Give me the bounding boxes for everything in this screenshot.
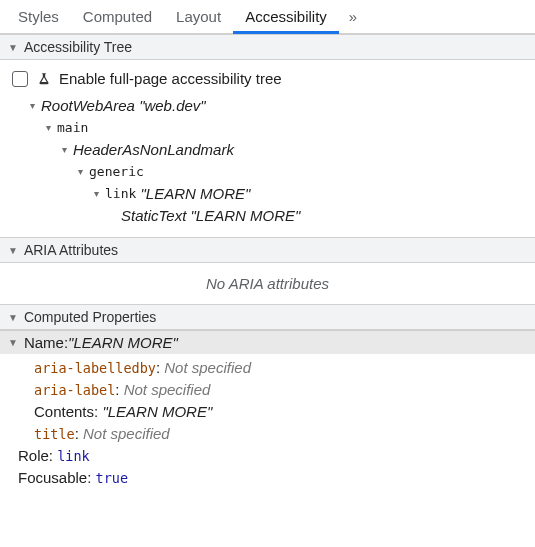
tree-role: RootWebArea	[41, 95, 135, 117]
attr-value: Not specified	[124, 381, 211, 398]
prop-role: Role: link	[10, 445, 525, 467]
attr-name: aria-labelledby	[34, 360, 156, 376]
section-title: ARIA Attributes	[24, 242, 118, 258]
computed-name-row[interactable]: ▼ Name: "LEARN MORE"	[0, 330, 535, 354]
computed-properties-body: aria-labelledby: Not specified aria-labe…	[0, 354, 535, 501]
computed-name-label: Name:	[24, 334, 68, 351]
section-title: Computed Properties	[24, 309, 156, 325]
sep: :	[156, 359, 164, 376]
enable-full-tree-row: Enable full-page accessibility tree	[10, 66, 525, 95]
tree-caret-icon[interactable]: ▾	[42, 117, 54, 139]
tab-bar: Styles Computed Layout Accessibility »	[0, 0, 535, 34]
sep: :	[115, 381, 123, 398]
tree-node-statictext[interactable]: StaticText "LEARN MORE"	[12, 205, 525, 227]
tree-role: StaticText	[121, 205, 186, 227]
accessibility-tree: ▾ RootWebArea "web.dev" ▾ main ▾ HeaderA…	[10, 95, 525, 227]
prop-focusable: Focusable: true	[10, 467, 525, 489]
attr-name: Role:	[18, 447, 57, 464]
tree-node-main[interactable]: ▾ main	[12, 117, 525, 139]
enable-full-tree-label: Enable full-page accessibility tree	[59, 70, 282, 87]
prop-contents: Contents: "LEARN MORE"	[10, 401, 525, 423]
tree-node-root[interactable]: ▾ RootWebArea "web.dev"	[12, 95, 525, 117]
prop-aria-labelledby: aria-labelledby: Not specified	[10, 357, 525, 379]
tree-node-name: "LEARN MORE"	[190, 205, 300, 227]
more-tabs-button[interactable]: »	[339, 2, 367, 31]
section-header-computed-properties[interactable]: ▼ Computed Properties	[0, 304, 535, 330]
experiment-flask-icon	[36, 72, 51, 86]
tree-caret-icon[interactable]: ▾	[58, 139, 70, 161]
disclosure-triangle-icon: ▼	[8, 42, 18, 53]
attr-name: Focusable:	[18, 469, 96, 486]
aria-empty-message: No ARIA attributes	[0, 263, 535, 304]
computed-name-value: "LEARN MORE"	[68, 334, 178, 351]
tree-node-link[interactable]: ▾ link "LEARN MORE"	[12, 183, 525, 205]
attr-value: true	[96, 470, 129, 486]
disclosure-triangle-icon: ▼	[8, 312, 18, 323]
attr-value: link	[57, 448, 90, 464]
tree-node-name: "web.dev"	[139, 95, 206, 117]
attr-value: Not specified	[83, 425, 170, 442]
disclosure-triangle-icon: ▼	[8, 245, 18, 256]
attr-value: Not specified	[164, 359, 251, 376]
tree-role: HeaderAsNonLandmark	[73, 139, 234, 161]
tab-computed[interactable]: Computed	[71, 0, 164, 34]
tree-caret-icon[interactable]: ▾	[90, 183, 102, 205]
prop-aria-label: aria-label: Not specified	[10, 379, 525, 401]
tree-node-header[interactable]: ▾ HeaderAsNonLandmark	[12, 139, 525, 161]
tab-layout[interactable]: Layout	[164, 0, 233, 34]
accessibility-tree-panel: Enable full-page accessibility tree ▾ Ro…	[0, 60, 535, 237]
section-header-aria-attributes[interactable]: ▼ ARIA Attributes	[0, 237, 535, 263]
tab-accessibility[interactable]: Accessibility	[233, 0, 339, 34]
disclosure-triangle-icon[interactable]: ▼	[8, 337, 18, 348]
attr-name: title	[34, 426, 75, 442]
sep: :	[75, 425, 83, 442]
attr-name: aria-label	[34, 382, 115, 398]
tree-role: main	[57, 117, 88, 139]
tree-role: generic	[89, 161, 144, 183]
tree-caret-icon[interactable]: ▾	[26, 95, 38, 117]
section-header-accessibility-tree[interactable]: ▼ Accessibility Tree	[0, 34, 535, 60]
tree-role: link	[105, 183, 136, 205]
enable-full-tree-checkbox[interactable]	[12, 71, 28, 87]
tree-caret-icon[interactable]: ▾	[74, 161, 86, 183]
tab-styles[interactable]: Styles	[6, 0, 71, 34]
prop-title: title: Not specified	[10, 423, 525, 445]
attr-name: Contents:	[34, 403, 102, 420]
tree-node-generic[interactable]: ▾ generic	[12, 161, 525, 183]
tree-node-name: "LEARN MORE"	[140, 183, 250, 205]
attr-value: "LEARN MORE"	[102, 403, 212, 420]
section-title: Accessibility Tree	[24, 39, 132, 55]
